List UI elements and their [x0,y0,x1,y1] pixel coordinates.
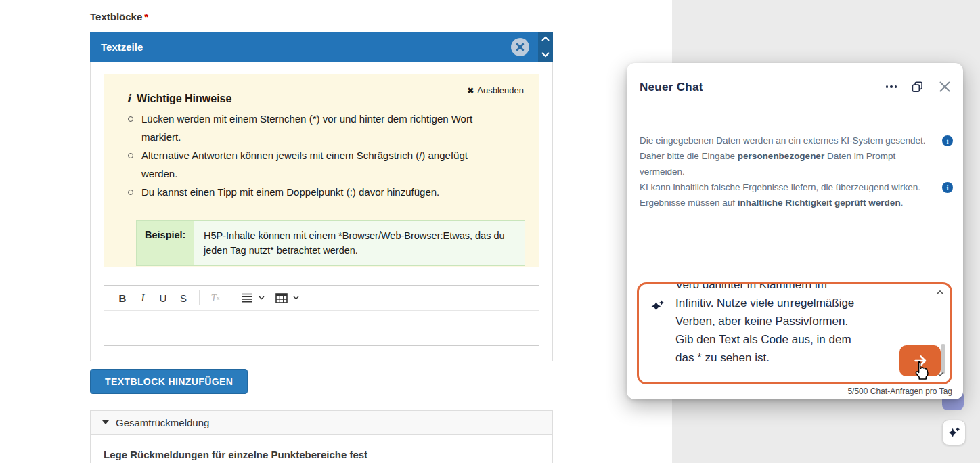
info-icon[interactable]: i [942,182,953,193]
hide-label: Ausblenden [477,85,524,95]
remove-format-button[interactable]: Tx [206,289,224,307]
accuracy-line: KI kann inhaltlich falsche Ergebnisse li… [640,182,920,192]
prompt-text: Verb dahinter in Klammern im Infinitiv. … [675,282,854,367]
richtext-input-area[interactable] [104,311,539,345]
scroll-up-icon[interactable] [936,290,944,295]
chat-header-icons [886,80,952,93]
overall-feedback-section-header[interactable]: Gesamtrückmeldung [90,410,553,435]
add-textblock-button[interactable]: TEXTBLOCK HINZUFÜGEN [90,369,248,394]
privacy-bold: personenbezogener [738,151,824,161]
privacy-line: Daten im Prompt [824,151,895,161]
page: Textblöcke* Textzeile i [0,0,980,463]
scrollbar-thumb[interactable] [941,344,945,374]
collapse-triangle-icon [102,420,109,424]
chevron-down-icon[interactable] [541,52,550,58]
close-icon[interactable] [938,80,952,93]
more-options-icon[interactable] [886,83,897,91]
richtext-editor: B I U S Tx [104,285,539,346]
prompt-line: Infinitiv. Nutze viele un [675,296,790,309]
toolbar-divider [199,290,200,305]
textblock-content: i Wichtige Hinweise ✖Ausblenden Lücken w… [90,62,553,361]
privacy-line: vermeiden. [640,167,685,177]
h5p-editor-panel: Textblöcke* Textzeile i [70,0,566,463]
remove-block-button[interactable] [511,38,529,56]
sparkle-icon [650,298,666,314]
notice-title: Wichtige Hinweise [137,93,231,105]
prompt-line: das * zu sehen ist. [675,351,770,364]
notice-header: i Wichtige Hinweise [127,92,524,105]
toolbar-divider [231,290,231,305]
important-notes-box: i Wichtige Hinweise ✖Ausblenden Lücken w… [104,74,539,267]
chevron-down-icon[interactable] [293,296,299,300]
feedback-subtitle: Lege Rückmeldungen für einzelne Punktebe… [91,435,552,460]
send-button[interactable] [899,345,941,376]
info-icon: i [127,92,131,105]
bold-button[interactable]: B [114,289,131,307]
send-arrow-icon [912,353,929,369]
richtext-toolbar: B I U S Tx [104,286,539,311]
table-icon [275,293,288,303]
notice-bullet: Du kannst einen Tipp mit einem Doppelpun… [127,183,506,201]
chevron-down-icon[interactable] [259,296,265,300]
remove-format-label: T [211,292,217,304]
hide-x-icon: ✖ [467,86,474,95]
align-icon [242,293,253,303]
prompt-sparkle-container [646,294,670,318]
example-label: Beispiel: [137,221,194,265]
field-label-textblocks: Textblöcke* [90,11,148,22]
underline-button[interactable]: U [154,289,172,307]
hide-notice-button[interactable]: ✖Ausblenden [467,85,524,95]
overall-feedback-title: Gesamtrückmeldung [116,417,209,428]
overall-feedback-body: Lege Rückmeldungen für einzelne Punktebe… [90,435,553,463]
required-marker: * [144,11,148,22]
chevron-up-icon[interactable] [541,36,550,41]
privacy-notice: Die eingegebenen Daten werden an ein ext… [640,133,926,179]
italic-button[interactable]: I [134,289,152,307]
reorder-strip [538,32,553,62]
chat-title: Neuer Chat [640,81,703,94]
remove-format-sub: x [217,294,220,301]
accuracy-line: . [901,198,904,208]
chat-panel: Neuer Chat Die eingegebenen Daten werden… [627,63,963,399]
prompt-line: regelmäßige [790,296,855,309]
prompt-line: Verb dahinter in Klammern im [675,282,827,291]
textblock-title: Textzeile [90,41,511,53]
prompt-line: Verben, aber keine Passivformen. [675,315,848,328]
prompt-line: Gib den Text als Code aus, in dem [675,333,851,346]
accuracy-notice: KI kann inhaltlich falsche Ergebnisse li… [640,179,920,211]
privacy-line: Daher bitte die Eingabe [640,151,738,161]
align-dropdown-button[interactable] [238,289,256,307]
info-icon[interactable]: i [942,135,953,146]
accuracy-bold: inhaltliche Richtigkeit geprüft werden [738,198,901,208]
strikethrough-button[interactable]: S [175,289,192,307]
field-label-text: Textblöcke [90,11,142,22]
notice-bullet: Lücken werden mit einem Sternchen (*) vo… [127,110,506,146]
notice-bullet-list: Lücken werden mit einem Sternchen (*) vo… [127,110,524,201]
notice-bullet: Alternative Antworten können jeweils mit… [127,146,506,183]
accuracy-line: Ergebnisse müssen auf [640,198,738,208]
ai-assistant-launcher-button[interactable] [942,420,966,445]
restore-window-icon[interactable] [911,81,924,93]
example-box: Beispiel: H5P-Inhalte können mit einem *… [136,220,525,266]
quota-label: 5/500 Chat-Anfragen pro Tag [847,387,952,396]
close-icon [516,43,525,51]
privacy-line: Die eingegebenen Daten werden an ein ext… [640,135,926,146]
table-dropdown-button[interactable] [273,289,290,307]
example-text: H5P-Inhalte können mit einem *Browser/We… [194,221,525,265]
textblock-header-bar[interactable]: Textzeile [90,32,553,62]
prompt-input[interactable]: Verb dahinter in Klammern im Infinitiv. … [637,282,952,384]
sparkle-icon [947,425,962,440]
